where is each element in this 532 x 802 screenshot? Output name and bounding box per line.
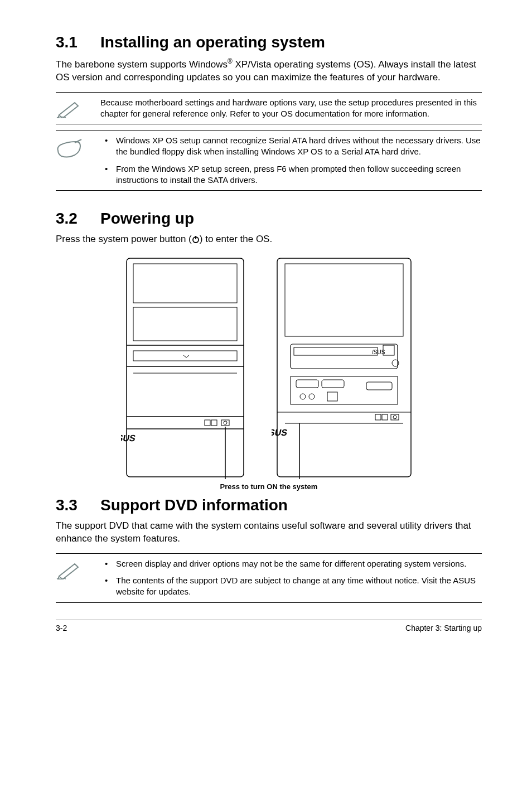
heading-num: 3.1: [56, 33, 100, 51]
heading-num: 3.2: [56, 210, 100, 228]
svg-rect-18: [285, 264, 403, 336]
heading-3-1: 3.1Installing an operating system: [56, 33, 482, 51]
note-bullet: From the Windows XP setup screen, press …: [100, 163, 482, 186]
tower-front-diagram: /SUS: [121, 256, 249, 479]
note-text: Because motherboard settings and hardwar…: [100, 97, 482, 120]
heading-3-2: 3.2Powering up: [56, 210, 482, 228]
heading-title: Powering up: [100, 210, 194, 227]
page-footer: 3-2 Chapter 3: Starting up: [56, 620, 482, 632]
note-block: Because motherboard settings and hardwar…: [56, 92, 482, 125]
svg-rect-26: [322, 380, 344, 388]
heading-num: 3.3: [56, 496, 100, 514]
pencil-icon: [56, 558, 100, 579]
note-bullet: The contents of the support DVD are subj…: [100, 575, 482, 598]
note-block: Windows XP OS setup cannot recognize Ser…: [56, 130, 482, 191]
note-text: Screen display and driver options may no…: [100, 558, 482, 598]
chapter-label: Chapter 3: Starting up: [405, 624, 482, 632]
svg-rect-30: [366, 382, 392, 390]
svg-rect-20: [294, 347, 378, 355]
svg-text:/SUS: /SUS: [372, 349, 385, 355]
note-bullet: Screen display and driver options may no…: [100, 558, 482, 569]
svg-point-28: [309, 394, 315, 399]
svg-point-13: [224, 421, 227, 424]
svg-rect-17: [277, 258, 411, 477]
note-text: Windows XP OS setup cannot recognize Ser…: [100, 135, 482, 186]
pencil-icon: [56, 97, 100, 118]
hand-pointer-icon: [56, 135, 100, 160]
svg-text:/SUS: /SUS: [121, 433, 137, 443]
paragraph: The barebone system supports Windows® XP…: [56, 57, 482, 84]
svg-text:/SUS: /SUS: [272, 427, 288, 437]
text: The barebone system supports Windows: [56, 59, 228, 70]
svg-rect-19: [291, 344, 398, 369]
svg-rect-4: [133, 307, 237, 341]
heading-title: Support DVD information: [100, 496, 288, 514]
figure-caption: Press to turn ON the system: [56, 482, 482, 491]
svg-rect-6: [133, 351, 237, 361]
svg-point-27: [300, 394, 306, 399]
svg-rect-2: [127, 258, 244, 477]
svg-point-35: [393, 416, 396, 419]
power-icon: [192, 235, 200, 243]
note-block: Screen display and driver options may no…: [56, 553, 482, 603]
svg-rect-29: [327, 392, 337, 401]
svg-rect-10: [205, 420, 210, 426]
heading-3-3: 3.3Support DVD information: [56, 496, 482, 514]
figure: /SUS /SUS: [56, 256, 482, 491]
svg-rect-3: [133, 264, 237, 303]
page-number: 3-2: [56, 624, 67, 632]
text: ) to enter the OS.: [200, 234, 272, 244]
paragraph: Press the system power button () to ente…: [56, 233, 482, 246]
svg-rect-33: [382, 414, 388, 420]
heading-title: Installing an operating system: [100, 33, 325, 51]
tower-front-diagram: /SUS: [272, 256, 417, 479]
svg-rect-25: [296, 380, 318, 388]
paragraph: The support DVD that came with the syste…: [56, 520, 482, 545]
note-bullet: Windows XP OS setup cannot recognize Ser…: [100, 135, 482, 158]
svg-rect-11: [211, 420, 217, 426]
registered-mark: ®: [228, 57, 233, 65]
svg-rect-32: [375, 414, 381, 420]
text: Press the system power button (: [56, 234, 192, 244]
